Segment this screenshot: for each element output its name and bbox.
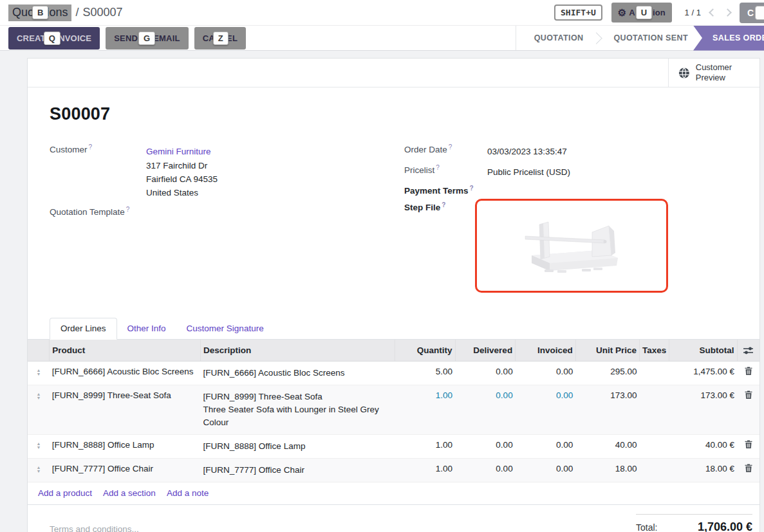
field-column-left: Customer? Gemini Furniture 317 Fairchild… [50, 145, 404, 298]
drag-handle-icon[interactable]: ▲▼ [30, 464, 47, 473]
column-header-invoiced[interactable]: Invoiced [516, 340, 576, 362]
gear-icon: ⚙ [618, 8, 626, 17]
keyboard-hint-create-invoice: Q [44, 32, 61, 45]
cell-product[interactable]: [FURN_6666] Acoustic Bloc Screens [50, 362, 201, 385]
trash-icon[interactable] [745, 464, 752, 472]
cell-description[interactable]: [FURN_8888] Office Lamp [201, 435, 395, 459]
column-header-quantity[interactable]: Quantity [395, 340, 455, 362]
column-header-taxes[interactable]: Taxes [639, 340, 669, 362]
notebook-tabs: Order Lines Other Info Customer Signatur… [28, 318, 759, 340]
cell-product[interactable]: [FURN_7777] Office Chair [50, 459, 201, 482]
cell-invoiced[interactable]: 0.00 [516, 362, 576, 385]
cell-quantity[interactable]: 1.00 [395, 435, 455, 459]
cell-invoiced[interactable]: 0.00 [516, 459, 576, 482]
trash-icon[interactable] [745, 440, 752, 448]
customer-preview-button[interactable]: Customer Preview [668, 59, 759, 87]
tab-order-lines[interactable]: Order Lines [50, 318, 117, 340]
cell-unit-price[interactable]: 40.00 [575, 435, 639, 459]
order-date-value[interactable]: 03/03/2023 13:35:47 [487, 145, 567, 158]
field-customer: Customer? Gemini Furniture 317 Fairchild… [50, 145, 404, 199]
corner-button[interactable]: C [740, 3, 764, 23]
cancel-button[interactable]: CAZEL [194, 27, 246, 50]
cell-unit-price[interactable]: 18.00 [575, 459, 639, 482]
status-step-quotation-sent[interactable]: QUOTATION SENT [613, 33, 688, 42]
trash-icon[interactable] [745, 367, 752, 375]
totals-box: Total: 1,706.00 € [636, 514, 752, 532]
cell-invoiced[interactable]: 0.00 [516, 435, 576, 459]
send-email-button[interactable]: SEND GEMAIL [106, 27, 189, 50]
drag-handle-icon[interactable]: ▲▼ [30, 367, 47, 376]
terms-placeholder[interactable]: Terms and conditions... [50, 524, 139, 532]
cell-subtotal: 18.00 € [669, 459, 737, 482]
column-header-subtotal[interactable]: Subtotal [669, 340, 737, 362]
pricelist-label: Pricelist? [404, 165, 487, 179]
column-header-product[interactable]: Product [50, 340, 201, 362]
cell-unit-price[interactable]: 295.00 [575, 362, 639, 385]
breadcrumb-parent-text: ions [46, 6, 68, 19]
field-order-date: Order Date? 03/03/2023 13:35:47 [404, 145, 738, 158]
cell-delivered[interactable]: 0.00 [455, 459, 516, 482]
create-invoice-button[interactable]: CREATQNVOICE [8, 27, 100, 50]
drag-handle-icon[interactable]: ▲▼ [30, 440, 47, 450]
drag-handle-icon[interactable]: ▲▼ [30, 390, 47, 400]
cell-quantity[interactable]: 5.00 [395, 362, 455, 385]
cell-unit-price[interactable]: 173.00 [575, 385, 639, 435]
add-note-link[interactable]: Add a note [167, 488, 209, 498]
sales-order-screen: QuoBions / S00007 SHIFT+U ⚙ AUion 1 / 1 … [0, 0, 764, 532]
cell-taxes[interactable] [639, 459, 669, 482]
chevron-left-icon[interactable] [709, 8, 717, 17]
add-section-link[interactable]: Add a section [103, 488, 156, 498]
cell-quantity[interactable]: 1.00 [395, 459, 455, 482]
status-step-quotation[interactable]: QUOTATION [534, 33, 584, 42]
cell-delivered[interactable]: 0.00 [455, 362, 516, 385]
cell-taxes[interactable] [639, 362, 669, 385]
columns-adjust-icon[interactable] [743, 347, 753, 354]
cell-delivered[interactable]: 0.00 [455, 385, 516, 435]
column-header-delivered[interactable]: Delivered [455, 340, 516, 362]
total-label: Total: [636, 522, 657, 532]
cell-taxes[interactable] [639, 435, 669, 459]
order-lines-table: Product Description Quantity Delivered I… [28, 340, 759, 482]
cell-subtotal: 173.00 € [669, 385, 737, 435]
breadcrumb-parent-text: Quo [12, 6, 34, 19]
cell-product[interactable]: [FURN_8999] Three-Seat Sofa [50, 385, 201, 435]
order-line-row[interactable]: ▲▼ [FURN_8888] Office Lamp [FURN_8888] O… [28, 435, 759, 459]
cell-product[interactable]: [FURN_8888] Office Lamp [50, 435, 201, 459]
cell-taxes[interactable] [639, 385, 669, 435]
action-menu-button[interactable]: ⚙ AUion [611, 3, 672, 23]
order-line-row[interactable]: ▲▼ [FURN_6666] Acoustic Bloc Screens [FU… [28, 362, 759, 385]
add-product-link[interactable]: Add a product [38, 488, 92, 498]
order-line-row[interactable]: ▲▼ [FURN_7777] Office Chair [FURN_7777] … [28, 459, 759, 482]
breadcrumb-quotations[interactable]: QuoBions [8, 5, 71, 21]
tab-other-info[interactable]: Other Info [117, 318, 176, 339]
keyboard-hint-cancel: Z [213, 32, 228, 45]
status-pipeline: QUOTATION QUOTATION SENT SALES ORDER [516, 26, 764, 50]
status-step-sales-order[interactable]: SALES ORDER [693, 26, 764, 51]
cell-invoiced[interactable]: 0.00 [516, 385, 576, 435]
trash-icon[interactable] [745, 390, 752, 399]
column-header-unit-price[interactable]: Unit Price [575, 340, 639, 362]
create-invoice-label: CREAT [17, 33, 46, 43]
payment-terms-label: Payment Terms? [404, 186, 487, 196]
pricelist-value[interactable]: Public Pricelist (USD) [487, 165, 570, 179]
keyboard-hint-send-email: G [138, 32, 155, 45]
column-header-description[interactable]: Description [201, 340, 395, 362]
cell-quantity[interactable]: 1.00 [395, 385, 455, 435]
customer-value: Gemini Furniture 317 Fairchild Dr Fairfi… [146, 145, 218, 199]
cell-description[interactable]: [FURN_7777] Office Chair [201, 459, 395, 482]
handle-column-header [28, 340, 50, 362]
cell-description[interactable]: [FURN_6666] Acoustic Bloc Screens [201, 362, 395, 385]
keyboard-hint-breadcrumb: B [32, 6, 48, 19]
cell-description[interactable]: [FURN_8999] Three-Seat Sofa Three Seater… [201, 385, 395, 435]
help-icon: ? [470, 185, 474, 192]
breadcrumb: QuoBions / S00007 [8, 5, 123, 21]
cell-delivered[interactable]: 0.00 [455, 435, 516, 459]
step-file-preview[interactable] [475, 199, 668, 293]
tab-customer-signature[interactable]: Customer Signature [176, 318, 274, 339]
help-icon: ? [436, 164, 440, 171]
chevron-right-icon[interactable] [723, 8, 732, 17]
customer-link[interactable]: Gemini Furniture [146, 147, 211, 156]
order-line-row[interactable]: ▲▼ [FURN_8999] Three-Seat Sofa [FURN_899… [28, 385, 759, 435]
cell-subtotal: 1,475.00 € [669, 362, 737, 385]
page-title: S00007 [50, 104, 738, 124]
